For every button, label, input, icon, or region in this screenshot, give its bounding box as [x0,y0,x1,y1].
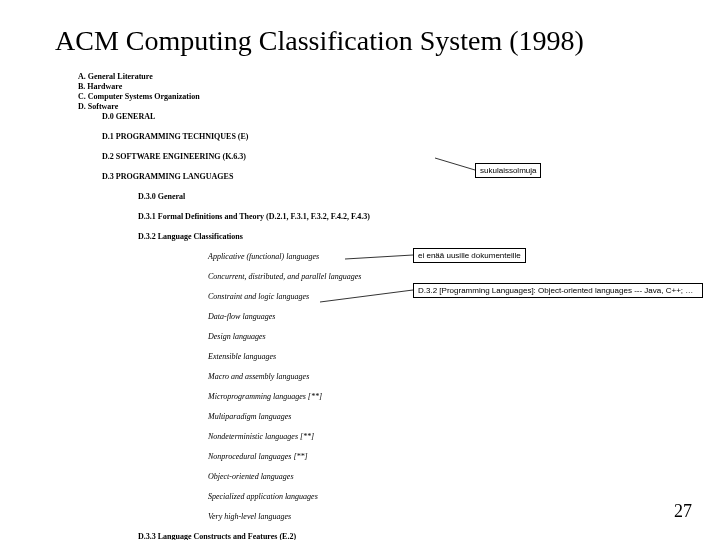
lang-class-5: Design languages [78,332,370,342]
page-title: ACM Computing Classification System (199… [55,25,584,57]
lang-class-13: Specialized application languages [78,492,370,502]
lang-class-12: Object-oriented languages [78,472,370,482]
node-c: C. Computer Systems Organization [78,92,200,101]
lang-class-7: Macro and assembly languages [78,372,370,382]
node-a: A. General Literature [78,72,153,81]
svg-line-0 [435,158,475,170]
node-d3: D.3 PROGRAMMING LANGUAGES [78,172,370,182]
lang-class-10: Nondeterministic languages [**] [78,432,370,442]
slide: ACM Computing Classification System (199… [0,0,720,540]
lang-class-6: Extensible languages [78,352,370,362]
lang-class-11: Nonprocedural languages [**] [78,452,370,462]
node-d32: D.3.2 Language Classifications [78,232,370,242]
node-d0: D.0 GENERAL [78,112,370,122]
lang-class-9: Multiparadigm languages [78,412,370,422]
page-number: 27 [674,501,692,522]
node-d1: D.1 PROGRAMMING TECHNIQUES (E) [78,132,370,142]
annotation-relatives: sukulaissolmuja [475,163,541,178]
lang-class-1: Applicative (functional) languages [78,252,370,262]
lang-class-8: Microprogramming languages [**] [78,392,370,402]
node-d: D. Software [78,102,118,111]
lang-class-4: Data-flow languages [78,312,370,322]
annotation-example: D.3.2 [Programming Languages]: Object-or… [413,283,703,298]
node-d33: D.3.3 Language Constructs and Features (… [78,532,370,540]
lang-class-3: Constraint and logic languages [78,292,370,302]
node-b: B. Hardware [78,82,122,91]
node-d31: D.3.1 Formal Definitions and Theory (D.2… [78,212,370,222]
annotation-deprecated: ei enää uusille dokumenteille [413,248,526,263]
classification-tree: A. General Literature B. Hardware C. Com… [78,62,370,540]
node-d30: D.3.0 General [78,192,370,202]
node-d2: D.2 SOFTWARE ENGINEERING (K.6.3) [78,152,370,162]
lang-class-14: Very high-level languages [78,512,370,522]
lang-class-2: Concurrent, distributed, and parallel la… [78,272,370,282]
